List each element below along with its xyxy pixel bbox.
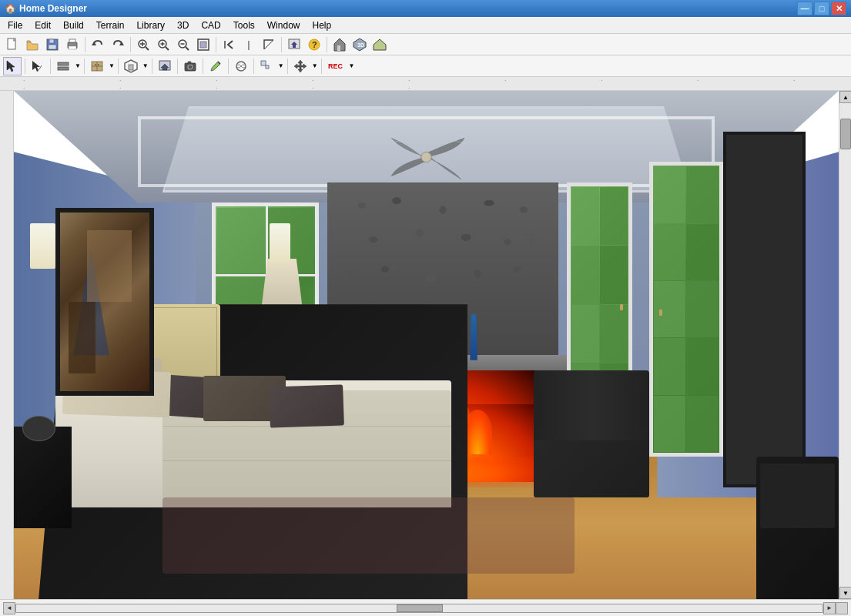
ceiling-fan [327,132,525,182]
cabinet-button[interactable] [88,57,106,75]
menu-3d[interactable]: 3D [171,18,195,32]
menu-help[interactable]: Help [306,18,337,32]
wall-dropdown-arrow[interactable]: ▼ [75,62,81,69]
pillow-dark-3 [269,384,344,427]
corner-armchair [756,457,839,599]
scroll-left-button[interactable]: ◄ [3,602,15,614]
svg-rect-3 [49,45,56,49]
elevation-button[interactable] [370,35,389,54]
menu-terrain[interactable]: Terrain [90,18,131,32]
top-ruler: · · · · · · · · · · · · · · [0,77,851,91]
separator4 [281,37,282,52]
cabinet-dropdown-arrow[interactable]: ▼ [109,62,115,69]
toolbar1: | ? 3D [0,34,851,55]
menubar: File Edit Build Terrain Library 3D CAD T… [0,17,851,34]
right-scrollbar[interactable]: ▲ ▼ [839,91,851,599]
undo-button[interactable] [89,35,107,54]
svg-rect-36 [58,67,69,70]
svg-point-40 [95,64,96,65]
svg-rect-29 [337,45,340,51]
import-button[interactable] [285,35,303,54]
svg-marker-32 [374,39,386,50]
wall-tool-button[interactable] [54,57,72,75]
toolbar2: ▼ ▼ ▼ ▼ ▼ REC ▼ [0,55,851,77]
separator3 [216,37,216,52]
svg-point-41 [98,64,99,65]
record-button[interactable]: REC [325,57,347,75]
titlebar-controls[interactable]: — □ ✕ [797,2,846,15]
separator9 [118,59,119,74]
arc-select-button[interactable] [28,57,47,75]
scroll-thumb-horizontal[interactable] [397,604,443,612]
separator16 [321,59,322,74]
wall-sconce-right [270,223,290,264]
scroll-right-button[interactable]: ► [823,602,836,614]
menu-edit[interactable]: Edit [28,18,57,32]
help-button[interactable]: ? [305,35,323,54]
svg-rect-52 [266,65,269,69]
open-button[interactable] [23,35,42,54]
picture-frame [55,208,155,396]
material-button[interactable] [232,57,250,75]
scroll-corner [836,602,848,614]
svg-text:3D: 3D [357,42,364,48]
scroll-up-button[interactable]: ▲ [839,91,851,103]
svg-rect-5 [69,39,75,42]
rec-dropdown-arrow[interactable]: ▼ [349,62,355,69]
scroll-thumb-vertical[interactable] [840,119,851,149]
separator15 [287,59,288,74]
svg-rect-51 [261,61,266,65]
svg-marker-33 [7,61,15,72]
print-button[interactable] [63,35,82,54]
zoom-out-button[interactable] [174,35,193,54]
measure-button[interactable]: | [240,35,258,54]
menu-tools[interactable]: Tools [227,18,261,32]
app-title: Home Designer [19,3,87,14]
svg-line-18 [186,47,189,50]
move-dropdown-arrow[interactable]: ▼ [312,62,318,69]
separator2 [130,37,131,52]
fill-window-button[interactable] [194,35,213,54]
scroll-track-vertical[interactable] [839,103,851,587]
rug [162,497,575,574]
close-button[interactable]: ✕ [831,2,846,15]
interior-dropdown-arrow[interactable]: ▼ [142,62,149,69]
zoom-in-button[interactable] [154,35,173,54]
angle-button[interactable] [260,35,278,54]
svg-rect-21 [200,42,206,48]
camera-button[interactable] [181,57,199,75]
move-button[interactable] [291,57,310,75]
zoom-box-button[interactable] [134,35,152,54]
new-button[interactable] [3,35,22,54]
menu-file[interactable]: File [2,18,28,32]
floor-plan-button[interactable] [330,35,349,54]
paint-button[interactable] [206,57,225,75]
menu-cad[interactable]: CAD [195,18,226,32]
statusbar: ◄ ► [0,599,851,616]
right-door-frame [723,132,806,487]
save-button[interactable] [43,35,62,54]
arrow-left-button[interactable] [219,35,238,54]
redo-button[interactable] [109,35,127,54]
menu-build[interactable]: Build [57,18,90,32]
menu-window[interactable]: Window [261,18,307,32]
svg-rect-43 [129,65,133,70]
menu-library[interactable]: Library [130,18,171,32]
interior-button[interactable] [122,57,140,75]
select-button[interactable] [3,57,22,75]
separator7 [50,59,51,74]
separator12 [203,59,203,74]
svg-point-55 [421,152,431,162]
stairs-button[interactable] [257,57,276,75]
stairs-dropdown-arrow[interactable]: ▼ [278,62,284,69]
3d-view-button[interactable]: 3D [350,35,369,54]
titlebar: 🏠 Home Designer — □ ✕ [0,0,851,17]
minimize-button[interactable]: — [797,2,812,15]
scroll-down-button[interactable]: ▼ [839,587,851,599]
scroll-track-horizontal[interactable] [15,604,823,613]
canvas-area[interactable] [14,91,839,599]
maximize-button[interactable]: □ [814,2,829,15]
bedside-clock [22,416,55,441]
export-button[interactable] [156,57,174,75]
svg-rect-48 [188,62,191,64]
